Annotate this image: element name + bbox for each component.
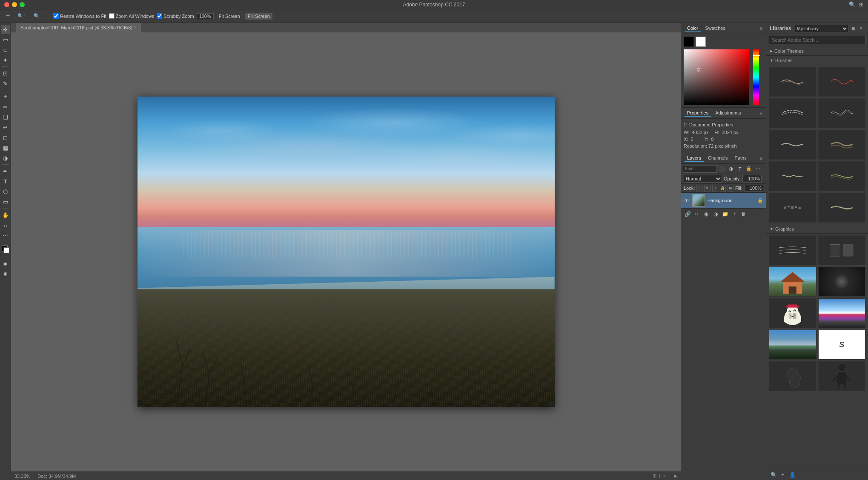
- lib-collab-btn[interactable]: 👤: [788, 471, 796, 479]
- status-plus-icon[interactable]: +: [669, 473, 671, 479]
- graphic-item-8[interactable]: S: [818, 330, 866, 360]
- hue-strip[interactable]: [753, 49, 759, 105]
- fill-input[interactable]: [744, 185, 763, 191]
- brush-item-5[interactable]: [769, 130, 816, 160]
- blend-mode-select[interactable]: Normal: [684, 175, 722, 183]
- marquee-tool[interactable]: ▭: [1, 35, 10, 44]
- lib-add-btn[interactable]: +: [779, 471, 787, 479]
- brush-item-6[interactable]: [818, 130, 866, 160]
- background-swatch[interactable]: [696, 37, 706, 47]
- history-tool[interactable]: ↩: [1, 123, 10, 132]
- zoom-value-input[interactable]: [197, 13, 214, 19]
- text-tool[interactable]: T: [1, 177, 10, 186]
- eraser-tool[interactable]: ◻: [1, 133, 10, 142]
- lock-artboard-btn[interactable]: ✛: [712, 185, 718, 191]
- lib-grid-view-btn[interactable]: ⊞: [850, 25, 857, 32]
- tab-adjustments[interactable]: Adjustments: [713, 109, 744, 117]
- more-tools-btn[interactable]: ⋯: [1, 231, 10, 240]
- tab-swatches[interactable]: Swatches: [702, 25, 728, 32]
- layer-filter-pixel[interactable]: ⬛: [718, 165, 726, 173]
- layer-filter-smart[interactable]: 🔒: [745, 165, 753, 173]
- add-adj-btn[interactable]: ◑: [712, 210, 719, 218]
- dodge-tool[interactable]: ◑: [1, 153, 10, 163]
- graphic-item-4[interactable]: [818, 267, 866, 297]
- background-color[interactable]: [3, 247, 9, 253]
- move-tool[interactable]: ✛: [1, 25, 10, 34]
- status-zoom-icon[interactable]: ⌕: [663, 473, 666, 479]
- graphic-item-5[interactable]: [769, 298, 816, 328]
- lib-search-input[interactable]: [769, 36, 865, 44]
- brush-item-9[interactable]: [769, 193, 816, 223]
- layers-search-input[interactable]: [683, 165, 717, 173]
- healing-tool[interactable]: ⌖: [1, 92, 10, 101]
- link-layers-btn[interactable]: 🔗: [684, 210, 691, 218]
- layer-filter-adj[interactable]: ◑: [727, 165, 735, 173]
- eyedropper-tool[interactable]: ✎: [1, 79, 10, 88]
- lock-position-btn[interactable]: ✎: [704, 185, 710, 191]
- delete-layer-btn[interactable]: 🗑: [740, 210, 748, 218]
- canvas-viewport[interactable]: [11, 32, 681, 471]
- graphic-item-6[interactable]: [818, 298, 866, 328]
- layer-row-background[interactable]: 👁 Background 🔒: [681, 193, 766, 208]
- graphic-item-10[interactable]: [818, 361, 866, 391]
- lock-auto-btn[interactable]: ⊕: [728, 185, 733, 191]
- close-button[interactable]: [4, 2, 9, 7]
- gradient-tool[interactable]: ▦: [1, 143, 10, 152]
- lock-pixels-btn[interactable]: ⬛: [696, 185, 702, 191]
- screen-mode-btn[interactable]: ▣: [1, 269, 10, 278]
- scrubby-zoom-checkbox[interactable]: [157, 13, 162, 19]
- graphic-item-9[interactable]: [769, 361, 816, 391]
- clone-tool[interactable]: ❏: [1, 112, 10, 122]
- graphic-item-3[interactable]: [769, 267, 816, 297]
- add-mask-btn[interactable]: ◉: [702, 210, 710, 218]
- zoom-out-btn[interactable]: 🔍−: [31, 12, 45, 20]
- brush-item-4[interactable]: [818, 98, 866, 128]
- new-layer-btn[interactable]: +: [730, 210, 738, 218]
- lock-all-btn[interactable]: 🔒: [720, 185, 726, 191]
- arrange-icon[interactable]: ⊞: [859, 1, 864, 8]
- tab-layers[interactable]: Layers: [685, 154, 704, 162]
- wand-tool[interactable]: ✦: [1, 55, 10, 65]
- zoom-tool[interactable]: ⌕: [1, 220, 10, 230]
- lasso-tool[interactable]: ⊂: [1, 45, 10, 54]
- add-group-btn[interactable]: 📁: [721, 210, 729, 218]
- pen-tool[interactable]: ✒: [1, 166, 10, 176]
- graphic-item-1[interactable]: [769, 235, 816, 265]
- canvas-tab[interactable]: SouthamptonHDR_March2016.psd @ 33.3% (RG…: [16, 23, 141, 32]
- tab-close-btn[interactable]: ×: [134, 25, 137, 30]
- zoom-in-btn[interactable]: 🔍+: [15, 12, 29, 20]
- tab-paths[interactable]: Paths: [732, 154, 749, 162]
- fx-btn[interactable]: fx: [693, 210, 701, 218]
- fill-screen-btn[interactable]: Fill Screen: [245, 13, 272, 20]
- lib-list-view-btn[interactable]: ≡: [858, 25, 865, 32]
- layer-visibility-btn[interactable]: 👁: [684, 197, 690, 203]
- layers-panel-collapse[interactable]: ≡: [759, 155, 762, 161]
- brush-item-1[interactable]: [769, 67, 816, 97]
- maximize-button[interactable]: [20, 2, 25, 7]
- props-panel-collapse[interactable]: ≡: [759, 110, 762, 116]
- mask-mode-btn[interactable]: ◉: [1, 259, 10, 268]
- brush-item-2[interactable]: [818, 67, 866, 97]
- brush-item-8[interactable]: [818, 161, 866, 191]
- graphic-item-2[interactable]: [818, 235, 866, 265]
- status-arrow-icon[interactable]: ▶: [674, 473, 677, 479]
- crop-tool[interactable]: ⊡: [1, 69, 10, 78]
- color-themes-header[interactable]: ▶ Color Themes: [766, 46, 868, 56]
- tab-channels[interactable]: Channels: [705, 154, 730, 162]
- fit-screen-btn[interactable]: Fit Screen: [216, 13, 243, 20]
- brushes-header[interactable]: ▼ Brushes: [766, 56, 868, 65]
- lib-search-btn[interactable]: 🔍: [770, 471, 777, 479]
- move-tool-btn[interactable]: ✛: [3, 12, 12, 20]
- layer-filter-more[interactable]: ⋯: [754, 165, 762, 173]
- brush-tool[interactable]: ✏: [1, 102, 10, 111]
- foreground-swatch[interactable]: [684, 37, 694, 47]
- library-select[interactable]: My Library: [795, 25, 848, 32]
- status-info-icon[interactable]: ℹ: [659, 473, 661, 479]
- resize-windows-checkbox[interactable]: [53, 13, 59, 19]
- fg-bg-colors[interactable]: [1, 245, 10, 254]
- shape-tool[interactable]: ▭: [1, 197, 10, 206]
- path-selection-tool[interactable]: ⬡: [1, 187, 10, 196]
- hand-tool[interactable]: ✋: [1, 210, 10, 220]
- lib-scroll-area[interactable]: ▶ Color Themes ▼ Brushes: [766, 46, 868, 469]
- graphics-header[interactable]: ▼ Graphics: [766, 224, 868, 234]
